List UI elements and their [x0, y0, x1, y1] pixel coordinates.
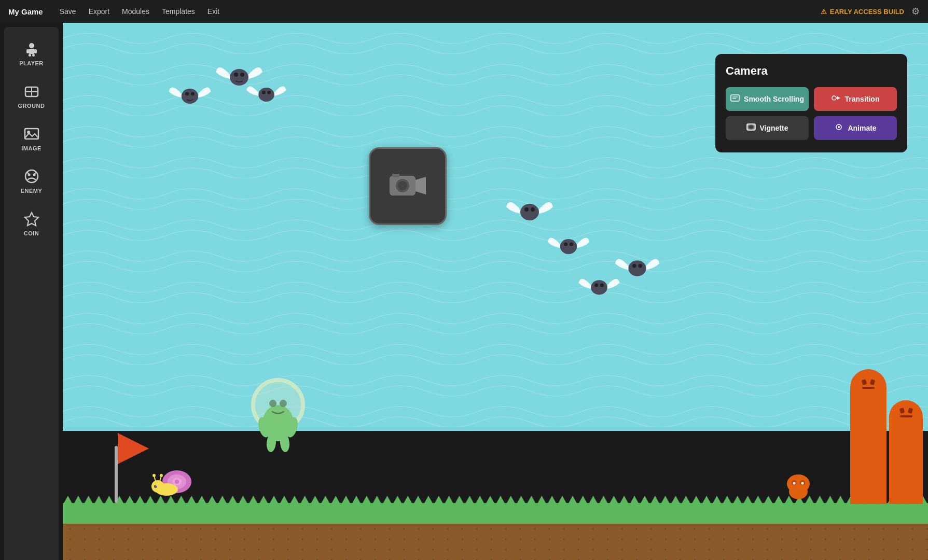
- enemy-eye-short-left: [899, 408, 904, 414]
- svg-rect-4: [29, 54, 31, 57]
- menu-export[interactable]: Export: [89, 7, 109, 16]
- transition-label: Transition: [845, 95, 880, 103]
- sidebar-item-player[interactable]: PLAYER: [9, 33, 53, 74]
- svg-point-35: [269, 400, 276, 407]
- vignette-label: Vignette: [760, 124, 788, 132]
- svg-point-64: [591, 280, 607, 295]
- ground-green: [63, 503, 928, 524]
- svg-point-28: [153, 474, 156, 477]
- bat-svg-2: [167, 75, 213, 108]
- animate-icon-svg: [834, 123, 843, 131]
- bat-enemy-7: [576, 267, 622, 301]
- enemy-eye-right: [870, 379, 875, 385]
- svg-point-53: [262, 91, 266, 94]
- coin-icon: [23, 211, 40, 227]
- settings-icon[interactable]: ⚙: [911, 6, 920, 17]
- svg-point-63: [638, 264, 642, 268]
- snail-svg: [148, 458, 200, 500]
- svg-point-48: [240, 73, 244, 77]
- smooth-scrolling-label: Smooth Scrolling: [744, 95, 804, 103]
- transition-button[interactable]: Transition: [814, 87, 897, 111]
- bat-enemy-2: [167, 75, 213, 110]
- svg-point-25: [151, 480, 164, 493]
- image-icon: [23, 125, 40, 142]
- svg-line-15: [34, 172, 36, 174]
- player-icon: [23, 40, 40, 57]
- svg-point-52: [258, 88, 274, 102]
- transition-icon-svg: [832, 94, 841, 102]
- enemy-icon: [23, 168, 40, 185]
- svg-point-66: [600, 283, 604, 287]
- svg-point-71: [793, 482, 796, 485]
- smooth-scrolling-button[interactable]: Smooth Scrolling: [726, 87, 809, 111]
- sidebar-item-enemy[interactable]: ENEMY: [9, 161, 53, 201]
- transition-icon: [832, 94, 841, 104]
- animate-button[interactable]: Animate: [814, 116, 897, 140]
- bat-svg-5: [545, 225, 592, 259]
- svg-point-60: [570, 242, 573, 246]
- svg-rect-45: [392, 174, 399, 177]
- smooth-scrolling-icon: [730, 94, 740, 104]
- camera-panel-title: Camera: [726, 64, 897, 78]
- player-character: [244, 371, 312, 456]
- sidebar-label-coin: COIN: [24, 230, 39, 236]
- sidebar-label-player: PLAYER: [19, 60, 44, 66]
- svg-point-50: [185, 92, 189, 95]
- svg-point-31: [156, 485, 157, 486]
- svg-point-68: [787, 474, 810, 493]
- svg-rect-5: [32, 54, 35, 57]
- animate-icon: [834, 123, 843, 133]
- svg-point-58: [560, 239, 577, 254]
- soil-texture: [63, 524, 928, 560]
- svg-point-0: [29, 43, 34, 48]
- sidebar-item-image[interactable]: IMAGE: [9, 118, 53, 159]
- svg-point-56: [524, 207, 529, 212]
- vignette-button[interactable]: Vignette: [726, 116, 809, 140]
- svg-point-65: [594, 283, 598, 287]
- ground-soil: [63, 524, 928, 560]
- enemy-mouth-tall: [862, 387, 875, 389]
- menu-save[interactable]: Save: [60, 7, 76, 16]
- topbar-right: ⚠ EARLY ACCESS BUILD ⚙: [821, 6, 920, 17]
- sidebar-label-enemy: ENEMY: [21, 188, 43, 194]
- svg-point-72: [801, 482, 804, 485]
- enemy-eyes-tall: [862, 380, 875, 385]
- camera-scene-icon[interactable]: [369, 147, 447, 225]
- menu-modules[interactable]: Modules: [122, 7, 149, 16]
- enemy-face-tall: [862, 380, 875, 389]
- enemy-mouth-short: [900, 415, 912, 417]
- game-canvas[interactable]: Camera Smooth Scrolling: [63, 23, 928, 560]
- svg-rect-73: [731, 95, 739, 101]
- svg-point-54: [267, 91, 271, 94]
- menu-exit[interactable]: Exit: [207, 7, 219, 16]
- svg-marker-16: [25, 213, 38, 226]
- enemy-eye-left: [862, 379, 867, 385]
- orange-enemy-short: [889, 400, 923, 504]
- bat-enemy-4: [504, 189, 556, 227]
- early-access-badge: ⚠ EARLY ACCESS BUILD: [821, 8, 904, 16]
- topbar: My Game Save Export Modules Templates Ex…: [0, 0, 928, 23]
- sidebar-label-ground: GROUND: [18, 103, 45, 109]
- svg-point-57: [531, 207, 535, 212]
- svg-point-80: [838, 126, 840, 128]
- sidebar-item-coin[interactable]: COIN: [9, 203, 53, 244]
- svg-point-76: [832, 96, 836, 100]
- sidebar-item-ground[interactable]: GROUND: [9, 76, 53, 116]
- svg-point-62: [632, 264, 636, 268]
- orange-mushroom-enemy: [783, 468, 814, 504]
- svg-point-36: [280, 400, 287, 407]
- svg-marker-44: [415, 177, 426, 194]
- svg-point-30: [154, 485, 157, 488]
- game-title: My Game: [8, 7, 43, 16]
- sidebar: PLAYER GROUND IMAGE: [4, 27, 59, 560]
- ground-icon: [23, 83, 40, 100]
- camera-buttons-grid: Smooth Scrolling: [726, 87, 897, 140]
- svg-point-59: [564, 242, 567, 246]
- enemy-eye-short-right: [907, 408, 912, 414]
- bat-svg-4: [504, 189, 556, 225]
- bat-svg-3: [244, 75, 288, 106]
- svg-rect-3: [34, 49, 37, 53]
- svg-point-47: [234, 73, 238, 77]
- menu-templates[interactable]: Templates: [162, 7, 195, 16]
- svg-point-61: [628, 260, 646, 276]
